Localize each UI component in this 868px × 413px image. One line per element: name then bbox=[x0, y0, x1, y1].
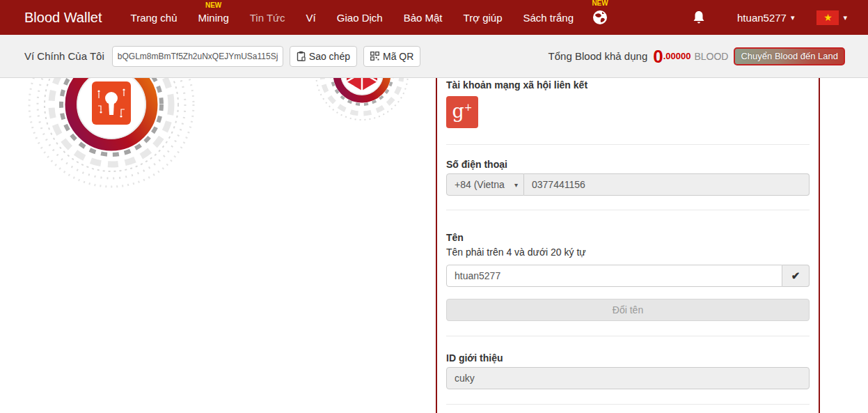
chevron-down-icon: ▾ bbox=[514, 181, 518, 189]
nav-item-home[interactable]: Trang chủ bbox=[131, 12, 177, 24]
new-badge: NEW bbox=[205, 1, 221, 9]
qr-button-label: Mã QR bbox=[383, 51, 413, 62]
balance-integer: 0 bbox=[653, 47, 663, 65]
name-hint: Tên phải trên 4 và dưới 20 ký tự bbox=[446, 247, 810, 258]
copy-button-label: Sao chép bbox=[309, 51, 350, 62]
nav-label: Giao Dịch bbox=[337, 12, 383, 24]
nav-item-whitepaper[interactable]: Sách trắng bbox=[523, 12, 574, 24]
google-plus-icon-plus: + bbox=[464, 102, 473, 112]
username-label: htuan5277 bbox=[737, 12, 787, 24]
nav-label: Bảo Mật bbox=[404, 12, 443, 24]
header-right: htuan5277 ▾ ★ ▾ bbox=[693, 10, 847, 25]
nav-label: Mining bbox=[198, 12, 229, 24]
phone-label: Số điện thoại bbox=[446, 159, 810, 170]
qr-code-button[interactable]: Mã QR bbox=[363, 46, 420, 67]
vietnam-flag-icon: ★ bbox=[816, 10, 839, 25]
balance-label: Tổng Blood khả dụng bbox=[549, 50, 648, 62]
divider bbox=[446, 210, 810, 210]
currency-label: BLOOD bbox=[694, 51, 728, 62]
top-navbar: Blood Wallet Trang chủ NEW Mining Tin Tứ… bbox=[0, 0, 868, 35]
nav-label: Ví bbox=[306, 12, 316, 24]
google-plus-icon: g bbox=[452, 102, 464, 120]
main-content: Tài khoản mạng xã hội liên kết g + Số đi… bbox=[0, 78, 868, 413]
main-wallet-label: Ví Chính Của Tôi bbox=[24, 50, 104, 62]
phone-input-group: +84 (Vietna ▾ bbox=[446, 173, 810, 196]
security-lock-illustration bbox=[7, 78, 237, 196]
chevron-down-icon: ▾ bbox=[843, 13, 847, 22]
clipboard-icon bbox=[297, 51, 306, 61]
country-code-value: +84 (Vietna bbox=[455, 179, 505, 190]
profile-panel: Tài khoản mạng xã hội liên kết g + Số đi… bbox=[436, 78, 820, 413]
nav-item-mining[interactable]: NEW Mining bbox=[198, 12, 229, 24]
name-input[interactable] bbox=[446, 265, 782, 287]
globe-icon bbox=[592, 10, 608, 25]
language-globe-button[interactable]: NEW bbox=[592, 10, 608, 25]
country-code-select[interactable]: +84 (Vietna ▾ bbox=[446, 173, 524, 196]
nav-item-help[interactable]: Trợ giúp bbox=[464, 12, 503, 24]
nav-label: Tin Tức bbox=[250, 12, 285, 24]
rename-button[interactable]: Đổi tên bbox=[446, 299, 810, 321]
name-label: Tên bbox=[446, 232, 810, 243]
main-nav: Trang chủ NEW Mining Tin Tức Ví Giao Dịc… bbox=[120, 10, 617, 25]
transfer-blood-to-land-button[interactable]: Chuyển Blood đến Land bbox=[734, 47, 845, 65]
social-accounts-label: Tài khoản mạng xã hội liên kết bbox=[446, 78, 810, 91]
nav-item-security[interactable]: Bảo Mật bbox=[404, 12, 443, 24]
chevron-down-icon: ▾ bbox=[791, 13, 795, 22]
wallet-address-input[interactable] bbox=[112, 46, 283, 67]
nav-label: Trang chủ bbox=[131, 12, 177, 24]
google-plus-link-button[interactable]: g + bbox=[446, 96, 478, 128]
user-menu[interactable]: htuan5277 ▾ bbox=[737, 12, 794, 24]
name-valid-addon: ✔ bbox=[782, 265, 810, 287]
balance-group: Tổng Blood khả dụng 0 .00000 BLOOD Chuyể… bbox=[549, 47, 845, 65]
referral-id-input[interactable] bbox=[446, 367, 810, 389]
star-icon: ★ bbox=[823, 13, 833, 22]
phone-number-input[interactable] bbox=[524, 173, 810, 196]
nav-item-wallet[interactable]: Ví bbox=[306, 12, 316, 24]
check-icon: ✔ bbox=[791, 270, 800, 282]
divider bbox=[446, 336, 810, 336]
qr-code-icon bbox=[370, 52, 379, 61]
brand-logo[interactable]: Blood Wallet bbox=[24, 10, 102, 26]
language-flag-menu[interactable]: ★ ▾ bbox=[816, 10, 847, 25]
new-badge: NEW bbox=[592, 0, 608, 7]
wallet-address-bar: Ví Chính Của Tôi Sao chép Mã QR Tổng Blo… bbox=[0, 35, 868, 78]
blockchain-cube-illustration bbox=[305, 78, 427, 148]
notifications-bell-icon[interactable] bbox=[693, 10, 705, 24]
referral-id-label: ID giới thiệu bbox=[446, 352, 810, 364]
name-input-group: ✔ bbox=[446, 265, 810, 287]
divider bbox=[446, 144, 810, 145]
nav-item-news[interactable]: Tin Tức bbox=[250, 12, 285, 24]
divider bbox=[446, 404, 810, 405]
copy-address-button[interactable]: Sao chép bbox=[290, 46, 357, 67]
balance-fraction: .00000 bbox=[663, 51, 691, 61]
nav-label: Sách trắng bbox=[523, 12, 574, 24]
nav-label: Trợ giúp bbox=[464, 12, 503, 24]
nav-item-trade[interactable]: Giao Dịch bbox=[337, 12, 383, 24]
